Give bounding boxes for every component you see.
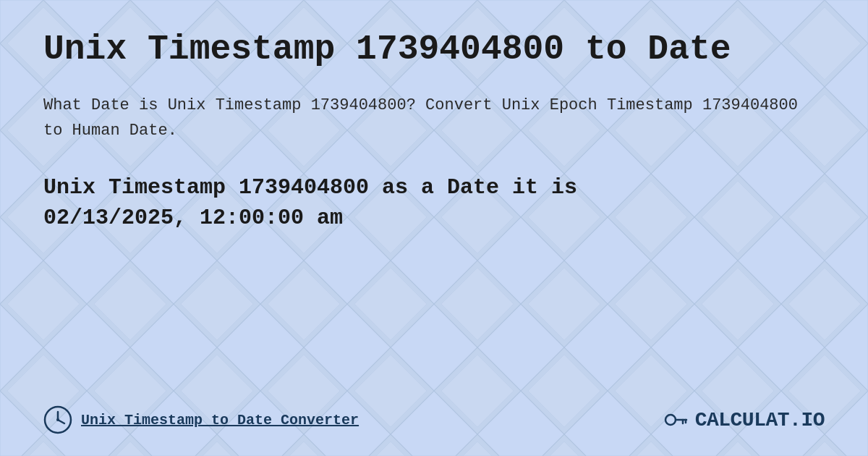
- result-line1: Unix Timestamp 1739404800 as a Date it i…: [43, 175, 577, 200]
- page-description: What Date is Unix Timestamp 1739404800? …: [43, 93, 825, 143]
- svg-point-10: [665, 415, 676, 425]
- footer-link-area[interactable]: Unix Timestamp to Date Converter: [43, 405, 359, 434]
- footer: Unix Timestamp to Date Converter CALCULA…: [43, 398, 825, 434]
- svg-point-9: [56, 418, 59, 421]
- footer-link-label[interactable]: Unix Timestamp to Date Converter: [81, 412, 359, 428]
- page-title: Unix Timestamp 1739404800 to Date: [43, 29, 825, 71]
- result-text: Unix Timestamp 1739404800 as a Date it i…: [43, 172, 825, 233]
- logo-text: CALCULAT.IO: [695, 409, 825, 431]
- result-section: Unix Timestamp 1739404800 as a Date it i…: [43, 172, 825, 233]
- logo-icon: [663, 407, 689, 433]
- clock-icon: [43, 405, 72, 434]
- logo-area: CALCULAT.IO: [663, 407, 825, 433]
- result-line2: 02/13/2025, 12:00:00 am: [43, 206, 343, 230]
